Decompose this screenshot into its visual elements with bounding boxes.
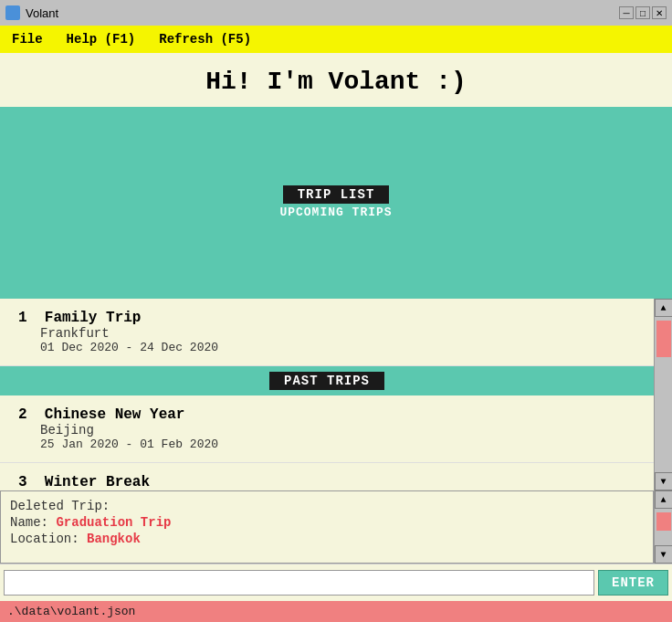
- info-scroll-up-button[interactable]: ▲: [655, 490, 673, 509]
- scrollbar: ▲ ▼: [654, 299, 672, 490]
- name-value: Graduation Trip: [56, 515, 171, 530]
- status-bar: .\data\volant.json: [0, 601, 672, 622]
- enter-button[interactable]: ENTER: [598, 570, 668, 596]
- app-icon: [5, 5, 20, 20]
- past-trips-label: PAST TRIPS: [269, 372, 384, 390]
- scroll-up-button[interactable]: ▲: [655, 299, 673, 317]
- close-button[interactable]: ✕: [652, 6, 667, 19]
- trip-1-dates: 01 Dec 2020 - 24 Dec 2020: [18, 341, 635, 354]
- menu-file[interactable]: File: [0, 26, 55, 53]
- scrollbar-track-area: [653, 317, 673, 472]
- trip-2-dates: 25 Jan 2020 - 01 Feb 2020: [18, 438, 635, 451]
- info-scrollbar-track: [653, 509, 673, 545]
- app-header: Hi! I'm Volant :): [0, 53, 672, 107]
- info-scroll-down-button[interactable]: ▼: [655, 545, 673, 564]
- menu-refresh[interactable]: Refresh (F5): [147, 26, 263, 53]
- main-area: Hi! I'm Volant :) TRIP LIST UPCOMING TRI…: [0, 53, 672, 622]
- trip-list-header: TRIP LIST UPCOMING TRIPS: [0, 107, 672, 299]
- location-label: Location:: [10, 532, 87, 546]
- past-trips-header: PAST TRIPS: [0, 366, 654, 395]
- trip-1-location: Frankfurt: [18, 326, 635, 341]
- trip-entry-2: 2 Chinese New Year Beijing 25 Jan 2020 -…: [0, 395, 654, 463]
- upcoming-label: UPCOMING TRIPS: [265, 204, 406, 221]
- trip-2-location: Beijing: [18, 423, 635, 438]
- trip-3-number: 3: [18, 474, 45, 490]
- trips-scroll[interactable]: 1 Family Trip Frankfurt 01 Dec 2020 - 24…: [0, 299, 654, 490]
- menu-help[interactable]: Help (F1): [55, 26, 148, 53]
- minimize-button[interactable]: ─: [619, 6, 634, 19]
- content-area: Hi! I'm Volant :) TRIP LIST UPCOMING TRI…: [0, 53, 672, 622]
- name-label: Name:: [10, 515, 56, 530]
- title-bar: Volant ─ □ ✕: [0, 0, 672, 26]
- info-panel-scrollbar: ▲ ▼: [654, 490, 672, 564]
- trip-1-number: 1: [18, 310, 45, 326]
- info-panel-container: Deleted Trip: Name: Graduation Trip Loca…: [0, 490, 672, 564]
- deleted-trip-line3: Location: Bangkok: [10, 532, 644, 546]
- deleted-label: Deleted Trip:: [10, 499, 110, 513]
- deleted-trip-line1: Deleted Trip:: [10, 499, 644, 513]
- trips-panel: 1 Family Trip Frankfurt 01 Dec 2020 - 24…: [0, 299, 672, 490]
- scroll-down-button[interactable]: ▼: [655, 472, 673, 490]
- trip-entry-3: 3 Winter Break Batam 01 Dec 2019 - 05 De…: [0, 463, 654, 490]
- info-scrollbar-thumb[interactable]: [656, 512, 671, 531]
- deleted-trip-line2: Name: Graduation Trip: [10, 515, 644, 530]
- input-area: ENTER: [0, 564, 672, 601]
- menu-bar: File Help (F1) Refresh (F5): [0, 26, 672, 53]
- command-input[interactable]: [4, 570, 594, 596]
- trip-2-name: 2 Chinese New Year: [18, 406, 635, 423]
- trip-2-number: 2: [18, 406, 45, 423]
- location-value: Bangkok: [87, 532, 141, 546]
- info-panel: Deleted Trip: Name: Graduation Trip Loca…: [0, 490, 654, 564]
- trip-entry-1: 1 Family Trip Frankfurt 01 Dec 2020 - 24…: [0, 299, 654, 366]
- window-title: Volant: [26, 6, 614, 20]
- window-controls: ─ □ ✕: [619, 6, 667, 19]
- trip-list-label: TRIP LIST: [283, 185, 390, 204]
- trip-3-name: 3 Winter Break: [18, 474, 635, 490]
- scrollbar-thumb[interactable]: [656, 321, 671, 357]
- trip-1-name: 1 Family Trip: [18, 310, 635, 326]
- maximize-button[interactable]: □: [635, 6, 650, 19]
